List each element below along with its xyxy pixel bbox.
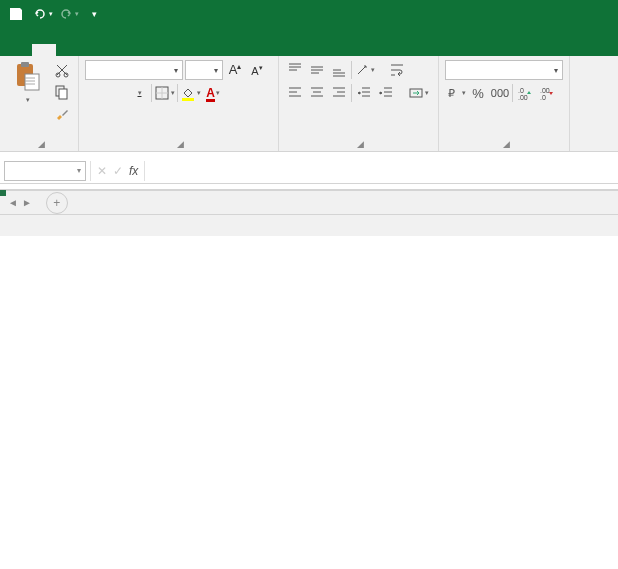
bucket-icon <box>180 85 196 101</box>
name-box[interactable]: ▾ <box>4 161 86 181</box>
bold-button[interactable] <box>85 83 105 103</box>
align-bottom-button[interactable] <box>329 60 349 80</box>
cut-icon <box>54 62 70 78</box>
align-right-icon <box>331 85 347 101</box>
svg-rect-8 <box>182 98 194 101</box>
copy-icon <box>54 84 70 100</box>
sheet-tab-bar: ◄ ► + <box>0 190 618 214</box>
cancel-formula-button: ✕ <box>97 164 107 178</box>
orientation-icon <box>354 62 370 78</box>
redo-icon <box>58 6 74 22</box>
paste-icon <box>13 60 41 92</box>
tab-home[interactable] <box>32 44 56 56</box>
tab-formulas[interactable] <box>110 44 134 56</box>
align-bottom-icon <box>331 62 347 78</box>
format-painter-button[interactable] <box>52 104 72 124</box>
decrease-indent-button[interactable] <box>354 83 374 103</box>
quick-access-toolbar: ▾ ▾ ▾ <box>0 2 110 26</box>
group-font: ▾ ▾ A▴ A▾ ▾ ▾ ▾ A▾ ◢ <box>79 56 279 151</box>
align-top-icon <box>287 62 303 78</box>
title-bar: ▾ ▾ ▾ <box>0 0 618 28</box>
borders-button[interactable]: ▾ <box>154 83 175 103</box>
undo-icon <box>32 6 48 22</box>
svg-text:₽: ₽ <box>448 87 455 99</box>
sheet-nav-next[interactable]: ► <box>22 197 32 208</box>
formula-input[interactable] <box>144 161 618 181</box>
customize-qat[interactable]: ▾ <box>82 2 106 26</box>
ribbon: ▾ ◢ ▾ ▾ A▴ A▾ ▾ ▾ <box>0 56 618 152</box>
svg-rect-1 <box>21 62 29 67</box>
wrap-icon <box>389 62 405 78</box>
svg-text:.0: .0 <box>540 94 546 101</box>
increase-decimal-button[interactable]: .0.00 <box>515 83 535 103</box>
number-format-combo[interactable]: ▾ <box>445 60 563 80</box>
svg-rect-2 <box>25 74 39 90</box>
borders-icon <box>154 85 170 101</box>
font-size-combo[interactable]: ▾ <box>185 60 223 80</box>
align-left-icon <box>287 85 303 101</box>
font-dialog-launcher[interactable]: ◢ <box>177 139 184 149</box>
align-top-button[interactable] <box>285 60 305 80</box>
svg-text:.0: .0 <box>518 87 524 94</box>
formula-bar: ▾ ✕ ✓ fx <box>0 158 618 184</box>
percent-button[interactable]: % <box>468 83 488 103</box>
alignment-dialog-launcher[interactable]: ◢ <box>357 139 364 149</box>
merge-button[interactable]: ▾ <box>408 83 429 103</box>
save-button[interactable] <box>4 2 28 26</box>
group-alignment: ▾ ▾ ◢ <box>279 56 439 151</box>
outdent-icon <box>356 85 372 101</box>
inc-decimal-icon: .0.00 <box>517 85 533 101</box>
font-name-combo[interactable]: ▾ <box>85 60 183 80</box>
increase-font-button[interactable]: A▴ <box>225 60 245 80</box>
font-color-button[interactable]: A▾ <box>203 83 223 103</box>
tab-insert[interactable] <box>58 44 82 56</box>
align-middle-button[interactable] <box>307 60 327 80</box>
group-clipboard: ▾ ◢ <box>0 56 79 151</box>
redo-button[interactable]: ▾ <box>56 2 80 26</box>
decrease-font-button[interactable]: A▾ <box>247 60 267 80</box>
accounting-format-button[interactable]: ₽▾ <box>445 83 466 103</box>
ribbon-tabs <box>0 28 618 56</box>
insert-function-button[interactable]: fx <box>129 164 138 178</box>
undo-button[interactable]: ▾ <box>30 2 54 26</box>
number-dialog-launcher[interactable]: ◢ <box>503 139 510 149</box>
svg-text:.00: .00 <box>540 87 550 94</box>
fill-color-button[interactable]: ▾ <box>180 83 201 103</box>
tab-review[interactable] <box>162 44 186 56</box>
copy-button[interactable] <box>52 82 72 102</box>
align-center-icon <box>309 85 325 101</box>
new-sheet-button[interactable]: + <box>46 192 68 214</box>
indent-icon <box>378 85 394 101</box>
currency-icon: ₽ <box>445 85 461 101</box>
save-icon <box>8 6 24 22</box>
brush-icon <box>54 106 70 122</box>
tab-page-layout[interactable] <box>84 44 108 56</box>
align-left-button[interactable] <box>285 83 305 103</box>
italic-button[interactable] <box>107 83 127 103</box>
sheet-nav-prev[interactable]: ◄ <box>8 197 18 208</box>
comma-button[interactable]: 000 <box>490 83 510 103</box>
tab-data[interactable] <box>136 44 160 56</box>
svg-text:.00: .00 <box>518 94 528 101</box>
align-right-button[interactable] <box>329 83 349 103</box>
decrease-decimal-button[interactable]: .00.0 <box>537 83 557 103</box>
underline-button[interactable]: ▾ <box>129 83 149 103</box>
align-middle-icon <box>309 62 325 78</box>
enter-formula-button: ✓ <box>113 164 123 178</box>
orientation-button[interactable]: ▾ <box>354 60 375 80</box>
cut-button[interactable] <box>52 60 72 80</box>
dec-decimal-icon: .00.0 <box>539 85 555 101</box>
svg-rect-6 <box>59 89 67 99</box>
wrap-text-button[interactable] <box>387 60 407 80</box>
paste-button[interactable]: ▾ <box>6 60 48 118</box>
tab-file[interactable] <box>6 44 30 56</box>
status-bar <box>0 214 618 236</box>
clipboard-dialog-launcher[interactable]: ◢ <box>38 139 45 149</box>
merge-icon <box>408 85 424 101</box>
align-center-button[interactable] <box>307 83 327 103</box>
group-number: ▾ ₽▾ % 000 .0.00 .00.0 ◢ <box>439 56 570 151</box>
increase-indent-button[interactable] <box>376 83 396 103</box>
